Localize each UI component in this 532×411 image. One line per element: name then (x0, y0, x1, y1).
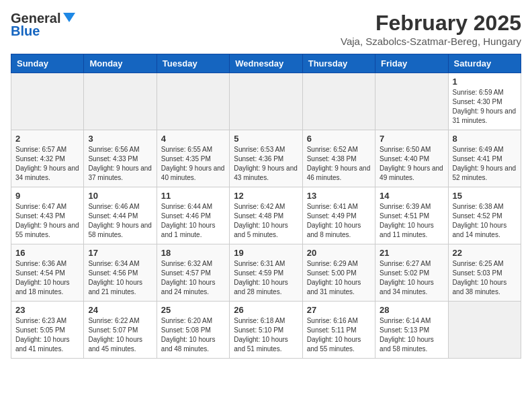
day-info: Sunrise: 6:39 AM Sunset: 4:51 PM Dayligh… (380, 202, 443, 240)
day-info: Sunrise: 6:29 AM Sunset: 5:00 PM Dayligh… (307, 259, 371, 297)
col-tuesday: Tuesday (157, 54, 229, 73)
table-row: 18Sunrise: 6:32 AM Sunset: 4:57 PM Dayli… (157, 244, 229, 302)
table-row: 21Sunrise: 6:27 AM Sunset: 5:02 PM Dayli… (375, 244, 448, 302)
day-info: Sunrise: 6:22 AM Sunset: 5:07 PM Dayligh… (88, 316, 152, 354)
day-info: Sunrise: 6:47 AM Sunset: 4:43 PM Dayligh… (15, 202, 79, 240)
day-number: 25 (161, 305, 225, 315)
day-info: Sunrise: 6:34 AM Sunset: 4:56 PM Dayligh… (88, 259, 152, 297)
day-info: Sunrise: 6:41 AM Sunset: 4:49 PM Dayligh… (307, 202, 371, 240)
logo: General Blue (11, 11, 75, 39)
logo-blue: Blue (11, 24, 40, 39)
table-row: 4Sunrise: 6:55 AM Sunset: 4:35 PM Daylig… (157, 130, 229, 187)
calendar: Sunday Monday Tuesday Wednesday Thursday… (11, 54, 521, 359)
week-row-3: 9Sunrise: 6:47 AM Sunset: 4:43 PM Daylig… (11, 187, 521, 244)
page-subtitle: Vaja, Szabolcs-Szatmar-Bereg, Hungary (341, 36, 521, 47)
day-number: 12 (234, 191, 298, 201)
table-row: 11Sunrise: 6:44 AM Sunset: 4:46 PM Dayli… (157, 187, 229, 244)
day-info: Sunrise: 6:55 AM Sunset: 4:35 PM Dayligh… (161, 145, 225, 183)
day-number: 4 (161, 134, 225, 144)
day-number: 8 (453, 134, 517, 144)
header: General Blue February 2025 Vaja, Szabolc… (11, 11, 521, 47)
day-number: 17 (88, 248, 152, 258)
week-row-4: 16Sunrise: 6:36 AM Sunset: 4:54 PM Dayli… (11, 244, 521, 302)
col-wednesday: Wednesday (230, 54, 302, 73)
table-row (157, 73, 229, 130)
day-number: 27 (307, 305, 371, 315)
col-saturday: Saturday (448, 54, 521, 73)
week-row-2: 2Sunrise: 6:57 AM Sunset: 4:32 PM Daylig… (11, 130, 521, 187)
week-row-5: 23Sunrise: 6:23 AM Sunset: 5:05 PM Dayli… (11, 302, 521, 359)
day-info: Sunrise: 6:44 AM Sunset: 4:46 PM Dayligh… (161, 202, 225, 240)
day-number: 11 (161, 191, 225, 201)
table-row: 27Sunrise: 6:16 AM Sunset: 5:11 PM Dayli… (302, 302, 375, 359)
day-number: 23 (15, 305, 79, 315)
table-row: 25Sunrise: 6:20 AM Sunset: 5:08 PM Dayli… (157, 302, 229, 359)
table-row (302, 73, 375, 130)
day-number: 19 (234, 248, 298, 258)
day-number: 7 (380, 134, 443, 144)
day-info: Sunrise: 6:16 AM Sunset: 5:11 PM Dayligh… (307, 316, 371, 354)
day-info: Sunrise: 6:18 AM Sunset: 5:10 PM Dayligh… (234, 316, 298, 354)
table-row: 1Sunrise: 6:59 AM Sunset: 4:30 PM Daylig… (448, 73, 521, 130)
table-row: 19Sunrise: 6:31 AM Sunset: 4:59 PM Dayli… (230, 244, 302, 302)
table-row: 26Sunrise: 6:18 AM Sunset: 5:10 PM Dayli… (230, 302, 302, 359)
day-info: Sunrise: 6:59 AM Sunset: 4:30 PM Dayligh… (453, 88, 517, 126)
day-info: Sunrise: 6:27 AM Sunset: 5:02 PM Dayligh… (380, 259, 443, 297)
logo-arrow-icon (63, 11, 75, 26)
table-row: 10Sunrise: 6:46 AM Sunset: 4:44 PM Dayli… (84, 187, 157, 244)
table-row: 17Sunrise: 6:34 AM Sunset: 4:56 PM Dayli… (84, 244, 157, 302)
day-info: Sunrise: 6:14 AM Sunset: 5:13 PM Dayligh… (380, 316, 443, 354)
day-info: Sunrise: 6:50 AM Sunset: 4:40 PM Dayligh… (380, 145, 443, 183)
table-row: 3Sunrise: 6:56 AM Sunset: 4:33 PM Daylig… (84, 130, 157, 187)
table-row: 14Sunrise: 6:39 AM Sunset: 4:51 PM Dayli… (375, 187, 448, 244)
day-number: 6 (307, 134, 371, 144)
day-number: 10 (88, 191, 152, 201)
day-number: 20 (307, 248, 371, 258)
table-row: 5Sunrise: 6:53 AM Sunset: 4:36 PM Daylig… (230, 130, 302, 187)
table-row: 15Sunrise: 6:38 AM Sunset: 4:52 PM Dayli… (448, 187, 521, 244)
day-number: 24 (88, 305, 152, 315)
week-row-1: 1Sunrise: 6:59 AM Sunset: 4:30 PM Daylig… (11, 73, 521, 130)
day-info: Sunrise: 6:52 AM Sunset: 4:38 PM Dayligh… (307, 145, 371, 183)
table-row: 20Sunrise: 6:29 AM Sunset: 5:00 PM Dayli… (302, 244, 375, 302)
table-row (84, 73, 157, 130)
table-row: 28Sunrise: 6:14 AM Sunset: 5:13 PM Dayli… (375, 302, 448, 359)
day-info: Sunrise: 6:53 AM Sunset: 4:36 PM Dayligh… (234, 145, 298, 183)
calendar-header-row: Sunday Monday Tuesday Wednesday Thursday… (11, 54, 521, 73)
table-row: 2Sunrise: 6:57 AM Sunset: 4:32 PM Daylig… (11, 130, 84, 187)
table-row: 7Sunrise: 6:50 AM Sunset: 4:40 PM Daylig… (375, 130, 448, 187)
table-row: 13Sunrise: 6:41 AM Sunset: 4:49 PM Dayli… (302, 187, 375, 244)
table-row (375, 73, 448, 130)
day-info: Sunrise: 6:49 AM Sunset: 4:41 PM Dayligh… (453, 145, 517, 183)
day-info: Sunrise: 6:42 AM Sunset: 4:48 PM Dayligh… (234, 202, 298, 240)
day-number: 15 (453, 191, 517, 201)
day-info: Sunrise: 6:57 AM Sunset: 4:32 PM Dayligh… (15, 145, 79, 183)
day-info: Sunrise: 6:23 AM Sunset: 5:05 PM Dayligh… (15, 316, 79, 354)
table-row (230, 73, 302, 130)
title-area: February 2025 Vaja, Szabolcs-Szatmar-Ber… (341, 11, 521, 47)
table-row (448, 302, 521, 359)
day-number: 13 (307, 191, 371, 201)
day-number: 21 (380, 248, 443, 258)
table-row: 9Sunrise: 6:47 AM Sunset: 4:43 PM Daylig… (11, 187, 84, 244)
day-number: 14 (380, 191, 443, 201)
day-info: Sunrise: 6:56 AM Sunset: 4:33 PM Dayligh… (88, 145, 152, 183)
col-sunday: Sunday (11, 54, 84, 73)
day-number: 9 (15, 191, 79, 201)
day-number: 2 (15, 134, 79, 144)
table-row (11, 73, 84, 130)
table-row: 12Sunrise: 6:42 AM Sunset: 4:48 PM Dayli… (230, 187, 302, 244)
table-row: 24Sunrise: 6:22 AM Sunset: 5:07 PM Dayli… (84, 302, 157, 359)
day-info: Sunrise: 6:36 AM Sunset: 4:54 PM Dayligh… (15, 259, 79, 297)
day-number: 28 (380, 305, 443, 315)
page-title: February 2025 (341, 11, 521, 36)
table-row: 22Sunrise: 6:25 AM Sunset: 5:03 PM Dayli… (448, 244, 521, 302)
day-number: 18 (161, 248, 225, 258)
table-row: 16Sunrise: 6:36 AM Sunset: 4:54 PM Dayli… (11, 244, 84, 302)
day-number: 26 (234, 305, 298, 315)
day-info: Sunrise: 6:46 AM Sunset: 4:44 PM Dayligh… (88, 202, 152, 240)
day-info: Sunrise: 6:25 AM Sunset: 5:03 PM Dayligh… (453, 259, 517, 297)
day-info: Sunrise: 6:31 AM Sunset: 4:59 PM Dayligh… (234, 259, 298, 297)
col-thursday: Thursday (302, 54, 375, 73)
day-number: 16 (15, 248, 79, 258)
